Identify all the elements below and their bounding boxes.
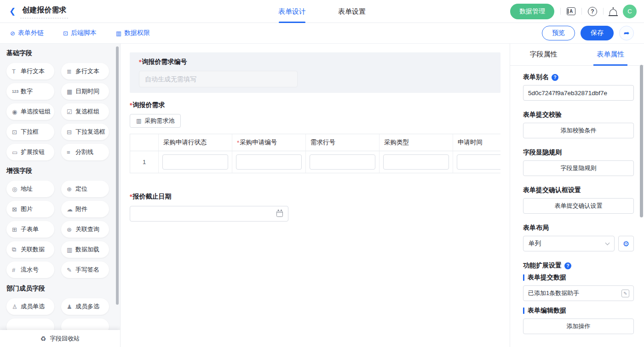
cell-input-demand-line[interactable] bbox=[310, 154, 375, 170]
form-external-link[interactable]: ⊘ 表单外链 bbox=[10, 29, 44, 37]
single-line-text-icon: T bbox=[12, 68, 21, 75]
field-label: * 询报价需求 bbox=[130, 101, 500, 109]
field-item-data-load[interactable]: ▥ 数据加载 bbox=[61, 241, 109, 258]
section-form-layout: 表单布局 单列 ⚙ bbox=[523, 224, 634, 251]
tab-field-properties[interactable]: 字段属性 bbox=[510, 44, 577, 65]
sidebar-scrollbar[interactable] bbox=[116, 46, 119, 305]
number-icon: 123 bbox=[12, 89, 21, 94]
table-row: 1 bbox=[130, 151, 500, 173]
add-operation-button[interactable]: 添加操作 bbox=[523, 319, 634, 334]
section-title-member-fields: 部门成员字段 bbox=[6, 284, 120, 293]
contacts-book-icon[interactable]: A bbox=[567, 7, 575, 15]
panel-tabs: 字段属性 表单属性 bbox=[510, 44, 644, 66]
attachment-icon: ☁ bbox=[67, 206, 75, 213]
tab-form-design[interactable]: 表单设计 bbox=[278, 0, 306, 23]
main-layout: 基础字段 T 单行文本 ≣ 多行文本 123 数字 ▦ 日期时间 bbox=[0, 44, 644, 347]
submit-confirm-button[interactable]: 表单提交确认设置 bbox=[523, 198, 634, 214]
share-button[interactable]: ➦ bbox=[619, 26, 634, 40]
save-button[interactable]: 保存 bbox=[581, 26, 614, 40]
field-item-multi-dropdown[interactable]: ⊟ 下拉复选框 bbox=[61, 124, 109, 140]
multi-line-text-icon: ≣ bbox=[67, 68, 75, 75]
field-item-attachment[interactable]: ☁ 附件 bbox=[61, 201, 109, 217]
image-icon: ⊠ bbox=[12, 206, 21, 213]
data-manage-button[interactable]: 数据管理 bbox=[510, 4, 554, 19]
field-item-single-line-text[interactable]: T 单行文本 bbox=[6, 63, 54, 80]
notification-bell-icon[interactable] bbox=[610, 7, 617, 15]
app-header: ❮ 创建报价需求 表单设计 表单设置 数据管理 A ? C bbox=[0, 0, 644, 23]
panel-scrollbar[interactable] bbox=[640, 65, 643, 217]
field-item-address[interactable]: ◎ 地址 bbox=[6, 181, 54, 197]
field-palette-sidebar: 基础字段 T 单行文本 ≣ 多行文本 123 数字 ▦ 日期时间 bbox=[0, 44, 121, 347]
field-block-quote-deadline[interactable]: * 报价截止日期 bbox=[130, 193, 500, 222]
extensions-help-icon[interactable]: ? bbox=[564, 262, 571, 269]
table-header-status: 采购申请行状态 bbox=[159, 134, 232, 151]
row-index: 1 bbox=[130, 151, 159, 173]
field-item-subform[interactable]: ⊞ 子表单 bbox=[6, 221, 54, 238]
serial-number-icon: # bbox=[12, 267, 21, 273]
link-icon: ⊘ bbox=[10, 30, 15, 37]
field-item-extend-button[interactable]: ▭ 扩展按钮 bbox=[6, 144, 54, 160]
field-item-signature[interactable]: ✎ 手写签名 bbox=[61, 262, 109, 278]
back-icon[interactable]: ❮ bbox=[9, 6, 16, 16]
cell-input-request-no[interactable] bbox=[236, 154, 302, 170]
table-header-row: 采购申请行状态 * 采购申请编号 需求行号 采购类型 申请时间 bbox=[130, 134, 500, 151]
field-label: * 询报价需求编号 bbox=[139, 58, 491, 66]
enhanced-fields-grid: ◎ 地址 ⊕ 定位 ⊠ 图片 ☁ 附件 ⊞ 子表单 bbox=[6, 181, 113, 278]
backend-script-link[interactable]: ⊡ 后端脚本 bbox=[63, 29, 97, 37]
layout-settings-button[interactable]: ⚙ bbox=[618, 236, 634, 251]
related-query-icon: ⊛ bbox=[67, 226, 75, 233]
purchase-demand-pool-button[interactable]: ▥ 采购需求池 bbox=[130, 114, 181, 128]
submit-data-summary[interactable]: 已添加1条数据助手 ✎ bbox=[523, 285, 634, 301]
section-marker bbox=[523, 274, 524, 281]
form-canvas: * 询报价需求编号 * 询报价需求 ▥ 采购需求池 bbox=[121, 44, 510, 347]
help-icon[interactable]: ? bbox=[588, 7, 597, 16]
subform-icon: ⊞ bbox=[12, 226, 21, 233]
member-single-icon: ♙ bbox=[12, 303, 21, 310]
field-item-serial-number[interactable]: # 流水号 bbox=[6, 262, 54, 278]
visibility-rules-button[interactable]: 字段显隐规则 bbox=[523, 160, 634, 176]
add-validation-button[interactable]: 添加校验条件 bbox=[523, 123, 634, 138]
field-recycle-bin[interactable]: ♻ 字段回收站 bbox=[0, 330, 120, 347]
field-item-number[interactable]: 123 数字 bbox=[6, 83, 54, 100]
edit-icon[interactable]: ✎ bbox=[621, 290, 629, 297]
alias-help-icon[interactable]: ? bbox=[552, 74, 558, 81]
field-item-checkbox-group[interactable]: ☑ 复选框组 bbox=[61, 103, 109, 120]
cell-input-status[interactable] bbox=[162, 154, 228, 170]
field-item-related-query[interactable]: ⊛ 关联查询 bbox=[61, 221, 109, 238]
form-alias-input[interactable] bbox=[523, 85, 634, 101]
layout-select[interactable]: 单列 bbox=[523, 236, 615, 251]
chevron-down-icon bbox=[605, 240, 610, 245]
cell-input-purchase-type[interactable] bbox=[383, 154, 449, 170]
field-block-quote-request[interactable]: * 询报价需求 ▥ 采购需求池 采购申请行状态 * 采购申请编号 bbox=[130, 101, 500, 173]
field-item-datetime[interactable]: ▦ 日期时间 bbox=[61, 83, 109, 100]
cell-input-apply-time[interactable] bbox=[457, 154, 500, 170]
required-mark: * bbox=[130, 102, 132, 109]
subform-table-wrap: 采购申请行状态 * 采购申请编号 需求行号 采购类型 申请时间 1 bbox=[130, 134, 500, 173]
field-item-member-single[interactable]: ♙ 成员单选 bbox=[6, 298, 54, 315]
tab-form-settings[interactable]: 表单设置 bbox=[338, 0, 366, 23]
field-item-divider-line[interactable]: ≡ 分割线 bbox=[61, 144, 109, 160]
field-item-image[interactable]: ⊠ 图片 bbox=[6, 201, 54, 217]
panel-content: 表单别名 ? 表单提交校验 添加校验条件 字段显隐规则 字段显隐规则 表单提交确… bbox=[510, 66, 644, 334]
section-submit-confirm: 表单提交确认框设置 表单提交确认设置 bbox=[523, 186, 634, 214]
subsection-edit-data: 表单编辑数据 添加操作 bbox=[523, 307, 634, 334]
field-item-multi-line-text[interactable]: ≣ 多行文本 bbox=[61, 63, 109, 80]
checkbox-group-icon: ☑ bbox=[67, 108, 75, 115]
quote-request-number-input[interactable] bbox=[139, 71, 298, 87]
avatar[interactable]: C bbox=[623, 5, 637, 18]
field-block-quote-request-number[interactable]: * 询报价需求编号 bbox=[130, 52, 500, 93]
section-title-basic-fields: 基础字段 bbox=[6, 49, 120, 57]
tab-form-properties[interactable]: 表单属性 bbox=[577, 44, 644, 65]
header-tabs: 表单设计 表单设置 bbox=[278, 0, 366, 23]
preview-button[interactable]: 预览 bbox=[542, 26, 575, 40]
data-permission-link[interactable]: ▥ 数据权限 bbox=[116, 29, 150, 37]
field-item-radio-group[interactable]: ◉ 单选按钮组 bbox=[6, 103, 54, 120]
quote-deadline-date-input[interactable] bbox=[130, 206, 288, 222]
field-item-location[interactable]: ⊕ 定位 bbox=[61, 181, 109, 197]
gear-icon: ⚙ bbox=[623, 239, 629, 248]
recycle-icon: ♻ bbox=[40, 335, 46, 342]
field-item-member-multi[interactable]: ♟ 成员多选 bbox=[61, 298, 109, 315]
field-item-related-data[interactable]: ⧉ 关联数据 bbox=[6, 241, 54, 258]
field-item-dropdown[interactable]: ⊡ 下拉框 bbox=[6, 124, 54, 140]
form-title[interactable]: 创建报价需求 bbox=[20, 5, 68, 18]
